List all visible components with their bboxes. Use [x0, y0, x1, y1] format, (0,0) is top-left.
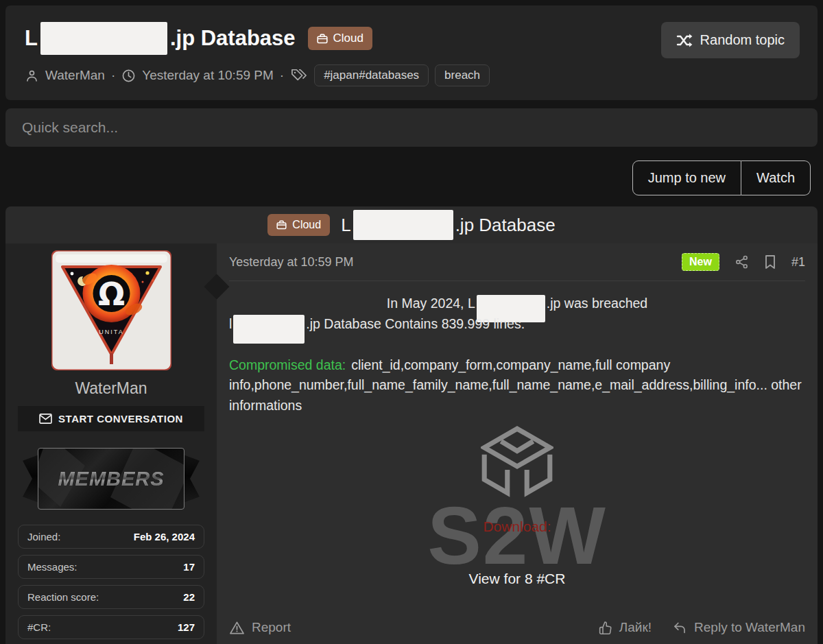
post-line-1-pre: In May 2024, L — [387, 296, 475, 311]
download-cube-icon — [481, 425, 553, 509]
author-sidebar: Ω UNITA WaterMan START CONVERSATION — [5, 243, 217, 644]
start-conversation-button[interactable]: START CONVERSATION — [18, 406, 204, 431]
download-label: Download: — [229, 516, 805, 538]
banner-plate: MEMBERS — [38, 448, 184, 510]
share-button[interactable] — [735, 254, 749, 270]
post-footer: Report Лайк! Reply to WaterMan — [229, 609, 805, 644]
clock-icon — [121, 69, 136, 83]
avatar-omega: Ω — [97, 276, 124, 313]
avatar-image: Ω UNITA — [51, 250, 171, 370]
compromised-data: Compromised data:client_id,company_form,… — [229, 355, 805, 416]
post-line-1-post: .jp was breached — [547, 296, 647, 311]
report-label: Report — [252, 620, 291, 635]
thread-actions-row: Jump to new Watch — [5, 147, 818, 206]
post-content: Yesterday at 10:59 PM New #1 — [217, 243, 818, 644]
stat-row-messages: Messages: 17 — [18, 555, 204, 579]
tags-icon — [290, 68, 308, 83]
redacted-box — [40, 22, 167, 55]
like-label: Лайк! — [619, 620, 652, 635]
stat-label: Joined: — [27, 531, 60, 542]
post-panel: Cloud L.jp Database — [5, 206, 818, 644]
warning-icon — [229, 621, 245, 635]
reply-icon — [672, 621, 687, 635]
post-body: In May 2024, L.jp was breached l.jp Data… — [229, 281, 805, 589]
author-username[interactable]: WaterMan — [75, 379, 147, 398]
meta-separator: · — [280, 68, 284, 83]
report-button[interactable]: Report — [229, 620, 291, 635]
stat-value: 22 — [183, 591, 195, 603]
cloud-badge-label: Cloud — [292, 219, 321, 231]
bookmark-icon — [764, 254, 776, 270]
briefcase-icon — [317, 34, 328, 44]
share-icon — [735, 254, 749, 270]
members-banner: MEMBERS — [23, 442, 200, 515]
post-header: Yesterday at 10:59 PM New #1 — [229, 243, 805, 281]
start-conversation-label: START CONVERSATION — [58, 413, 183, 425]
post-timestamp[interactable]: Yesterday at 10:59 PM — [229, 255, 353, 270]
post-footer-right: Лайк! Reply to WaterMan — [598, 620, 805, 635]
compromised-data-label: Compromised data: — [229, 357, 346, 372]
shuffle-icon — [676, 33, 693, 48]
stat-row-reaction-score: Reaction score: 22 — [18, 585, 204, 609]
redacted-box — [353, 210, 453, 240]
post-line-1: In May 2024, L.jp was breached — [229, 294, 805, 314]
post-row: Ω UNITA WaterMan START CONVERSATION — [5, 243, 818, 644]
stat-value: Feb 26, 2024 — [134, 531, 195, 542]
post-line-2-post: .jp Database Contains 839.999 lines. — [306, 316, 525, 331]
tag-japan-databases[interactable]: #japan#databases — [314, 64, 429, 86]
members-banner-text: MEMBERS — [58, 468, 164, 490]
stat-row-joined: Joined: Feb 26, 2024 — [18, 525, 204, 549]
avatar-caption: UNITA — [99, 329, 123, 335]
thread-timestamp: Yesterday at 10:59 PM — [142, 68, 274, 83]
post-line-2: l.jp Database Contains 839.999 lines. — [229, 314, 805, 335]
post-title-suffix: .jp Database — [455, 215, 556, 236]
random-topic-button[interactable]: Random topic — [661, 22, 800, 58]
thread-title-prefix: L — [25, 26, 38, 51]
post-header-actions: New #1 — [682, 253, 805, 271]
stat-row-cr: #CR: 127 — [18, 615, 204, 639]
quick-search-bar — [5, 108, 818, 147]
thread-author[interactable]: WaterMan — [45, 68, 105, 83]
redacted-box — [233, 315, 305, 344]
tag-breach[interactable]: breach — [435, 64, 490, 86]
cloud-badge-label: Cloud — [333, 32, 363, 45]
forum-page: L.jp Database Cloud Random topic WaterMa… — [0, 0, 823, 644]
post-line-2-pre: l — [229, 316, 232, 331]
post-title: L.jp Database — [341, 210, 555, 240]
stat-value: 127 — [178, 621, 195, 633]
meta-separator: · — [111, 68, 115, 83]
stat-label: Messages: — [27, 561, 77, 573]
stat-label: Reaction score: — [27, 591, 99, 603]
new-badge: New — [682, 253, 719, 271]
thumbs-up-icon — [598, 621, 612, 635]
post-title-strip: Cloud L.jp Database — [5, 206, 818, 243]
author-stats: Joined: Feb 26, 2024 Messages: 17 Reacti… — [18, 525, 204, 639]
thread-title-suffix: .jp Database — [170, 26, 296, 51]
thread-actions-group: Jump to new Watch — [632, 160, 811, 195]
like-button[interactable]: Лайк! — [598, 620, 652, 635]
post-title-prefix: L — [341, 215, 350, 236]
cloud-badge: Cloud — [308, 27, 372, 50]
view-for-cr-link[interactable]: View for 8 #CR — [469, 568, 566, 590]
search-input[interactable] — [22, 119, 801, 136]
stat-label: #CR: — [27, 621, 51, 633]
download-section: S2W Download: View for 8 #CR — [229, 425, 805, 589]
watch-button[interactable]: Watch — [741, 160, 811, 195]
stat-value: 17 — [183, 561, 195, 573]
reply-label: Reply to WaterMan — [694, 620, 805, 635]
avatar[interactable]: Ω UNITA — [51, 250, 171, 370]
bookmark-button[interactable] — [764, 254, 776, 270]
thread-meta: WaterMan · Yesterday at 10:59 PM · #japa… — [25, 64, 798, 86]
cloud-badge: Cloud — [267, 214, 330, 236]
reply-button[interactable]: Reply to WaterMan — [672, 620, 805, 635]
thread-header-panel: L.jp Database Cloud Random topic WaterMa… — [5, 5, 818, 100]
post-number-link[interactable]: #1 — [791, 255, 805, 270]
envelope-icon — [39, 414, 52, 424]
jump-to-new-button[interactable]: Jump to new — [632, 160, 741, 195]
briefcase-icon — [276, 220, 287, 230]
user-icon — [25, 69, 39, 83]
random-topic-label: Random topic — [700, 32, 785, 48]
